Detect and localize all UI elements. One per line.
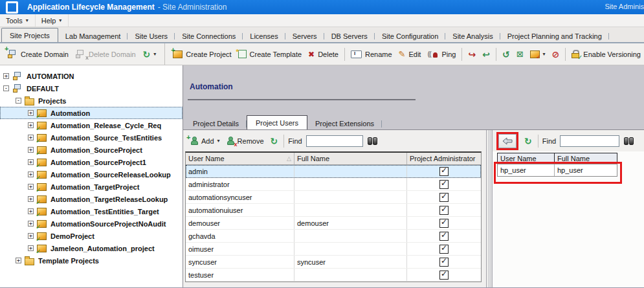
project-icon: ✓ bbox=[37, 146, 47, 154]
expander-icon[interactable]: + bbox=[28, 172, 34, 177]
expander-icon[interactable]: + bbox=[28, 110, 34, 116]
table-row[interactable]: syncuser syncuser bbox=[186, 256, 481, 269]
rename-button[interactable]: Rename bbox=[348, 49, 395, 60]
tab-servers[interactable]: Servers bbox=[285, 30, 324, 42]
project-admin-checkbox[interactable] bbox=[439, 245, 449, 254]
project-admin-checkbox[interactable] bbox=[439, 232, 449, 241]
table-row[interactable]: hp_user hp_user bbox=[497, 164, 617, 177]
table-row[interactable]: testuser bbox=[186, 269, 481, 282]
tree-item-project[interactable]: + ✓ AutomationSourceProjectNoAudit bbox=[0, 217, 183, 230]
deactivate-button[interactable]: ⊘ bbox=[549, 49, 563, 60]
find-users-input[interactable] bbox=[306, 135, 363, 147]
expander-icon[interactable]: + bbox=[16, 258, 21, 263]
tree-item-project[interactable]: + ✓ Automation_Source_TestEntities bbox=[0, 131, 183, 144]
tree-item-project[interactable]: + ✓ Automation_TestEntities_Target bbox=[0, 205, 183, 217]
tab-licenses[interactable]: Licenses bbox=[243, 30, 285, 42]
tree-item-projects-folder[interactable]: - Projects bbox=[0, 94, 183, 107]
create-template-button[interactable]: Create Template bbox=[235, 48, 305, 60]
project-admin-checkbox[interactable] bbox=[439, 180, 449, 189]
expander-icon[interactable]: + bbox=[3, 73, 9, 79]
expander-icon[interactable]: + bbox=[28, 196, 34, 202]
expander-icon[interactable]: + bbox=[28, 135, 34, 140]
expander-icon[interactable]: + bbox=[28, 221, 34, 227]
restore-defaults-button[interactable]: ↺ bbox=[499, 49, 513, 60]
tab-project-planning-and-tracking[interactable]: Project Planning and Tracking bbox=[500, 30, 609, 42]
expander-icon[interactable]: + bbox=[28, 245, 34, 251]
column-header-user-name[interactable]: User Name △ bbox=[186, 153, 294, 164]
project-admin-checkbox[interactable] bbox=[439, 258, 449, 267]
tree-item-project[interactable]: + ✓ Automation_SourceReleaseLookup bbox=[0, 168, 183, 181]
tree-item-project[interactable]: + ✓ Jameleon_Automation_project bbox=[0, 242, 183, 254]
find-users-button[interactable] bbox=[368, 137, 377, 144]
tree-item-project[interactable]: + ✓ Automation_TargetProject bbox=[0, 181, 183, 193]
table-row[interactable]: oimuser bbox=[186, 243, 481, 256]
tab-lab-management[interactable]: Lab Management bbox=[58, 30, 128, 42]
add-user-button[interactable]: + Add ▾ bbox=[187, 135, 223, 147]
tree-item-project[interactable]: + ✓ Automation bbox=[0, 107, 183, 119]
table-row[interactable]: automationuiuser bbox=[186, 204, 481, 217]
project-users-pane: + Add ▾ x Remove ↻ Find bbox=[183, 130, 486, 288]
project-admin-checkbox[interactable] bbox=[439, 167, 449, 176]
expander-icon[interactable]: + bbox=[28, 233, 34, 239]
tree-item-project[interactable]: + ✓ Automation_SourceProject bbox=[0, 144, 183, 156]
enable-versioning-button[interactable]: ✓ Enable Versioning bbox=[568, 48, 644, 60]
expander-icon[interactable]: + bbox=[28, 184, 34, 190]
create-project-button[interactable]: + Create Project bbox=[170, 49, 234, 60]
tree-item-automation-domain[interactable]: + AUTOMATION bbox=[0, 70, 183, 82]
tab-db-servers[interactable]: DB Servers bbox=[324, 30, 375, 42]
remove-project-button[interactable]: ↩ bbox=[479, 49, 493, 60]
project-admin-checkbox[interactable] bbox=[439, 271, 449, 280]
move-left-button[interactable] bbox=[498, 134, 516, 148]
tree-item-project[interactable]: + ✓ Automation_SourceProject1 bbox=[0, 156, 183, 168]
tab-site-projects[interactable]: Site Projects bbox=[1, 28, 58, 42]
table-row[interactable]: gchavda bbox=[186, 230, 481, 243]
project-admin-checkbox[interactable] bbox=[439, 193, 449, 202]
tree-item-project[interactable]: + ✓ Automation_Release_Cycle_Req bbox=[0, 119, 183, 131]
ping-button[interactable]: Ping bbox=[424, 49, 459, 60]
refresh-users-button[interactable]: ↻ bbox=[267, 135, 282, 147]
menu-tools[interactable]: Tools ▾ bbox=[0, 14, 36, 27]
refresh-available-users-button[interactable]: ↻ bbox=[521, 135, 535, 147]
table-row[interactable]: automationsyncuser bbox=[186, 191, 481, 204]
tab-project-extensions[interactable]: Project Extensions bbox=[307, 117, 382, 129]
table-row[interactable]: administrator bbox=[186, 178, 481, 191]
tab-site-users[interactable]: Site Users bbox=[128, 30, 175, 42]
create-domain-button[interactable]: + Create Domain bbox=[4, 48, 72, 60]
column-header-project-administrator[interactable]: Project Administrator bbox=[407, 153, 481, 164]
find-available-users-input[interactable] bbox=[560, 135, 619, 147]
tab-site-connections[interactable]: Site Connections bbox=[175, 30, 243, 42]
project-admin-checkbox[interactable] bbox=[439, 206, 449, 215]
menu-help[interactable]: Help ▾ bbox=[36, 14, 69, 27]
find-available-users-button[interactable] bbox=[624, 137, 634, 144]
column-header-user-name[interactable]: User Name bbox=[498, 153, 555, 164]
column-header-full-name[interactable]: Full Name bbox=[555, 153, 617, 164]
expander-icon[interactable]: - bbox=[16, 98, 21, 104]
tab-site-analysis[interactable]: Site Analysis bbox=[445, 30, 500, 42]
restore-button[interactable]: ↪ bbox=[465, 49, 479, 60]
verify-project-button[interactable]: ✓ ▾ bbox=[527, 49, 549, 60]
tab-project-details[interactable]: Project Details bbox=[185, 117, 247, 129]
delete-project-button[interactable]: ✖ Delete bbox=[305, 49, 342, 60]
table-row[interactable]: admin bbox=[186, 165, 481, 178]
deselect-button[interactable]: ⊠ bbox=[513, 49, 527, 60]
tab-site-configuration[interactable]: Site Configuration bbox=[375, 30, 445, 42]
expander-icon[interactable]: + bbox=[28, 147, 34, 153]
expander-icon[interactable]: + bbox=[28, 122, 34, 128]
expander-icon[interactable]: - bbox=[3, 85, 9, 91]
tree-item-default-domain[interactable]: - DEFAULT bbox=[0, 82, 183, 94]
table-row[interactable]: demouser demouser bbox=[186, 217, 481, 230]
expander-icon[interactable]: + bbox=[28, 208, 34, 214]
remove-user-button[interactable]: x Remove bbox=[223, 135, 267, 147]
tree-item-project[interactable]: + ✓ Automation_TargetReleaseLookup bbox=[0, 193, 183, 205]
project-admin-checkbox[interactable] bbox=[439, 219, 449, 228]
tree-item-template-projects-folder[interactable]: + Template Projects bbox=[0, 254, 183, 267]
refresh-domains-button[interactable]: ↻ ▾ bbox=[140, 49, 160, 60]
tree-item-project[interactable]: + ✓ DemoProject bbox=[0, 230, 183, 242]
expander-icon[interactable]: + bbox=[28, 159, 34, 165]
vertical-splitter[interactable] bbox=[486, 130, 493, 288]
domain-toolbar-group: + Create Domain x Delete Domain ↻ ▾ bbox=[0, 43, 165, 65]
column-header-full-name[interactable]: Full Name bbox=[294, 153, 407, 164]
tab-project-users[interactable]: Project Users bbox=[247, 115, 307, 129]
edit-button[interactable]: ✎ Edit bbox=[395, 49, 425, 60]
delete-domain-button[interactable]: x Delete Domain bbox=[72, 48, 139, 60]
